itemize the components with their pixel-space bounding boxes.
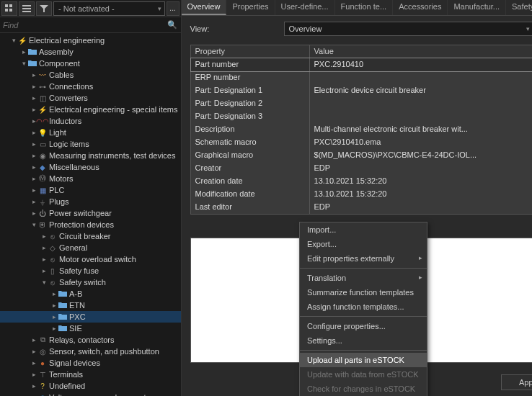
prop-name: Part: Designation 2 xyxy=(191,97,310,110)
list-mode-icon[interactable] xyxy=(19,1,35,16)
tree-mode-icon[interactable] xyxy=(1,1,17,16)
prop-value[interactable]: 13.10.2021 15:32:20 xyxy=(310,188,532,201)
tree-node[interactable]: ▸▭Logic items xyxy=(0,138,181,150)
tree-node[interactable]: ▸⊶Connections xyxy=(0,81,181,92)
tree-node[interactable]: ▸💡Light xyxy=(0,127,181,138)
prop-value[interactable]: Multi-channel electronic circuit breaker… xyxy=(310,123,532,136)
tree-node[interactable]: ▸◎Sensor, switch, and pushbutton xyxy=(0,346,181,357)
prop-value[interactable]: 13.10.2021 15:32:20 xyxy=(310,175,532,188)
menu-export[interactable]: Export... xyxy=(300,237,427,251)
prop-name: Creator xyxy=(191,162,310,175)
tree-node-protection[interactable]: ▾⛨Protection devices xyxy=(0,219,181,230)
tree-node[interactable]: ▸▯Safety fuse xyxy=(0,265,181,276)
tree-node[interactable]: ▸⚡Electrical engineering - special items xyxy=(0,104,181,115)
tab-accessories[interactable]: Accessories xyxy=(393,0,448,15)
tree-node[interactable]: ▸◇General xyxy=(0,242,181,253)
menu-assign[interactable]: Assign function templates... xyxy=(300,300,427,314)
menu-upload-estock[interactable]: Upload all parts in eSTOCK xyxy=(300,353,427,367)
prop-value[interactable]: PXC.2910410 xyxy=(310,58,532,71)
tab-safety[interactable]: Safety-relat... xyxy=(506,0,532,15)
apply-button[interactable]: Apply xyxy=(501,374,532,390)
tree-mfr[interactable]: ▸A-B xyxy=(0,288,181,300)
cables-icon: 〰 xyxy=(37,70,48,80)
collapse-icon: ▾ xyxy=(30,221,37,228)
tree-node[interactable]: ▸⎋Motor overload switch xyxy=(0,253,181,265)
tree-label: Relays, contactors xyxy=(49,336,114,344)
prop-name: Creation date xyxy=(191,175,310,188)
tree-node[interactable]: ▸◆Miscellaneous xyxy=(0,161,181,173)
find-input[interactable] xyxy=(3,19,167,32)
fuse-icon: ▯ xyxy=(48,266,58,276)
tree-node[interactable]: ▸⊤Terminals xyxy=(0,369,181,380)
tree-node-safety-switch[interactable]: ▾⎋Safety switch xyxy=(0,276,181,288)
table-row[interactable]: DescriptionMulti-channel electronic circ… xyxy=(191,123,532,136)
tab-userdef[interactable]: User-define... xyxy=(275,0,335,15)
tree-node-component[interactable]: ▾ Component xyxy=(0,58,181,69)
tree-node[interactable]: ▸●Signal devices xyxy=(0,357,181,369)
table-row[interactable]: Part: Designation 3 xyxy=(191,110,532,123)
folder-icon xyxy=(58,300,68,310)
prop-value[interactable]: EDP xyxy=(310,201,532,214)
tree-node[interactable]: ▸ⓂMotors xyxy=(0,173,181,184)
tab-overview[interactable]: Overview xyxy=(182,0,227,15)
undefined-icon: ? xyxy=(37,381,48,391)
prop-value[interactable]: EDP xyxy=(310,162,532,175)
tree-node[interactable]: ▸⏚Plugs xyxy=(0,196,181,207)
prop-value[interactable] xyxy=(310,110,532,123)
table-row[interactable]: Part: Designation 2 xyxy=(191,97,532,110)
menu-configure[interactable]: Configure properties... xyxy=(300,319,427,333)
tree-root-partial[interactable]: ▾ ⚡ Electrical engineering xyxy=(0,35,181,46)
tree-node[interactable]: ▸⏻Power switchgear xyxy=(0,207,181,219)
table-header: Property Value xyxy=(191,45,532,58)
svg-rect-4 xyxy=(22,5,31,6)
table-row[interactable]: ERP number xyxy=(191,71,532,84)
expand-icon: ▸ xyxy=(30,175,37,182)
tree-mfr-selected[interactable]: ▸PXC xyxy=(0,311,181,323)
filter-combo[interactable]: - Not activated - xyxy=(53,1,165,16)
tab-functemplates[interactable]: Function te... xyxy=(335,0,394,15)
tree-mfr[interactable]: ▸ETN xyxy=(0,300,181,311)
prop-value[interactable]: Electronic device circuit breaker xyxy=(310,84,532,97)
tab-manufacturer[interactable]: Manufactur... xyxy=(448,0,506,15)
table-row[interactable]: Last editorEDP xyxy=(191,201,532,214)
tree-mfr[interactable]: ▸SIE xyxy=(0,323,181,334)
tree-node[interactable]: ▸◉Measuring instruments, test devices xyxy=(0,150,181,161)
tab-properties[interactable]: Properties xyxy=(226,0,275,15)
menu-translation[interactable]: Translation xyxy=(300,271,427,285)
signal-icon: ● xyxy=(37,358,48,368)
parts-tree[interactable]: ▾ ⚡ Electrical engineering ▸ Assembly ▾ … xyxy=(0,33,181,396)
tree-label: Voltage source and generator xyxy=(49,393,153,396)
filter-icon[interactable] xyxy=(36,1,52,16)
view-select[interactable]: Overview xyxy=(284,22,532,36)
tree-node-assembly[interactable]: ▸ Assembly xyxy=(0,46,181,58)
prop-value[interactable]: $(MD_MACROS)\PXC\CBMC-E4-24DC-IOL... xyxy=(310,149,532,162)
tree-node[interactable]: ▸〰Cables xyxy=(0,69,181,81)
table-row[interactable]: Graphical macro$(MD_MACROS)\PXC\CBMC-E4-… xyxy=(191,149,532,162)
table-row[interactable]: Creation date13.10.2021 15:32:20 xyxy=(191,175,532,188)
table-row[interactable]: CreatorEDP xyxy=(191,162,532,175)
menu-summarize[interactable]: Summarize function templates xyxy=(300,285,427,300)
table-row[interactable]: Part: Designation 1Electronic device cir… xyxy=(191,84,532,97)
menu-edit-externally[interactable]: Edit properties externally xyxy=(300,251,427,266)
col-header-value[interactable]: Value xyxy=(310,45,532,58)
tree-node[interactable]: ▸◠◠Inductors xyxy=(0,115,181,127)
prop-value[interactable] xyxy=(310,97,532,110)
search-icon[interactable]: 🔍 xyxy=(167,20,178,30)
menu-settings[interactable]: Settings... xyxy=(300,333,427,348)
tree-node[interactable]: ▸⧉Relays, contactors xyxy=(0,334,181,346)
tree-node[interactable]: ▸▦PLC xyxy=(0,184,181,196)
tree-node[interactable]: ▸◫Converters xyxy=(0,92,181,104)
filter-more-button[interactable]: ... xyxy=(167,1,179,16)
prop-value[interactable] xyxy=(310,71,532,84)
tree-node[interactable]: ▸⎋Circuit breaker xyxy=(0,230,181,242)
menu-import[interactable]: Import... xyxy=(300,222,427,237)
table-row[interactable]: Schematic macroPXC\2910410.ema xyxy=(191,136,532,149)
tree-node[interactable]: ▸?Undefined xyxy=(0,380,181,392)
prop-value[interactable]: PXC\2910410.ema xyxy=(310,136,532,149)
table-row[interactable]: Part numberPXC.2910410 xyxy=(191,58,532,71)
motor-overload-icon: ⎋ xyxy=(48,254,58,264)
col-header-property[interactable]: Property xyxy=(191,45,310,58)
table-row[interactable]: Modification date13.10.2021 15:32:20 xyxy=(191,188,532,201)
tree-label: Electrical engineering xyxy=(29,36,105,45)
tree-node[interactable]: ▸⊖Voltage source and generator xyxy=(0,392,181,396)
